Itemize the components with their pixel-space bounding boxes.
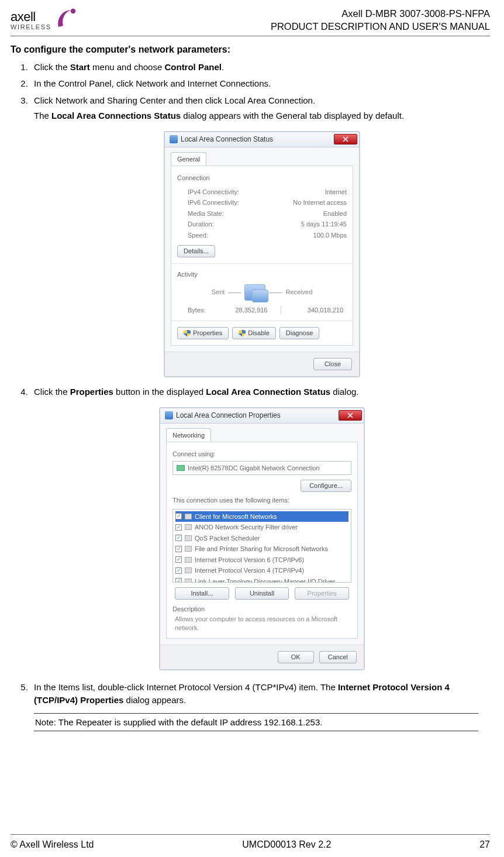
items-listbox[interactable]: ✓Client for Microsoft Networks ✓ANOD Net… [172,509,351,583]
row-duration: Duration:5 days 11:19:45 [177,219,347,230]
nic-icon [177,465,185,471]
close-button[interactable] [334,134,357,144]
properties-button[interactable]: Properties [177,327,229,339]
component-icon [185,579,192,583]
row-ipv4: IPv4 Connectivity:Internet [177,187,347,198]
brand-swirl-icon [55,6,78,30]
lac-properties-dialog: Local Area Connection Properties Network… [159,407,365,670]
adapter-field[interactable]: Intel(R) 82578DC Gigabit Network Connect… [172,461,351,476]
component-icon [185,546,192,552]
dialog-title: Local Area Connection Properties [176,410,281,421]
brand-logo: axell WIRELESS [11,6,78,30]
network-icon [170,135,178,143]
steps-list: Click the Start menu and choose Control … [11,61,490,707]
dialog-titlebar: Local Area Connection Status [165,132,359,147]
shield-icon [239,330,246,337]
list-item[interactable]: ✓ANOD Network Security Filter driver [175,522,348,533]
dialog-titlebar: Local Area Connection Properties [160,408,364,424]
diagnose-button[interactable]: Diagnose [279,327,319,339]
svg-point-0 [70,9,75,13]
description-label: Description [172,604,351,614]
brand-subtitle: WIRELESS [11,23,51,30]
step-5: In the Items list, double-click Internet… [30,681,490,707]
step-1: Click the Start menu and choose Control … [30,61,490,74]
cancel-button[interactable]: Cancel [319,651,357,663]
page-footer: © Axell Wireless Ltd UMCD00013 Rev 2.2 2… [11,834,490,850]
list-item[interactable]: ✓File and Printer Sharing for Microsoft … [175,543,348,555]
note-box: Note: The Repeater is supplied with the … [34,713,478,731]
shield-icon [184,330,191,337]
list-item[interactable]: ✓Client for Microsoft Networks [175,511,348,522]
section-title: To configure the computer's network para… [11,44,490,55]
footer-revision: UMCD00013 Rev 2.2 [242,839,331,850]
activity-graphic: Sent —— —— Received [177,284,347,301]
step-2: In the Control Panel, click Network and … [30,77,490,91]
install-button[interactable]: Install... [175,587,229,600]
step-3: Click Network and Sharing Center and the… [30,94,490,378]
list-item[interactable]: ✓Link-Layer Topology Discovery Mapper I/… [175,576,348,583]
list-item[interactable]: ✓Internet Protocol Version 6 (TCP/IPv6) [175,555,348,566]
activity-group-label: Activity [177,270,347,280]
row-speed: Speed:100.0 Mbps [177,230,347,241]
component-icon [185,535,192,541]
details-button[interactable]: Details... [177,245,215,257]
connect-using-label: Connect using: [172,449,351,459]
dialog-title: Local Area Connection Status [181,134,273,144]
row-media: Media State:Enabled [177,208,347,219]
footer-copyright: © Axell Wireless Ltd [11,839,94,850]
footer-page-number: 27 [479,839,490,850]
ok-button[interactable]: OK [278,651,314,663]
tab-general[interactable]: General [171,152,206,166]
lac-status-dialog: Local Area Connection Status General Con… [164,131,360,378]
doc-header-right: Axell D-MBR 3007-3008-PS-NFPA PRODUCT DE… [271,6,490,33]
items-label: This connection uses the following items… [172,495,351,505]
close-dialog-button[interactable]: Close [313,358,352,370]
component-icon [185,524,192,530]
component-icon [185,567,192,573]
list-item[interactable]: ✓Internet Protocol Version 4 (TCP/IPv4) [175,565,348,576]
configure-button[interactable]: Configure... [301,480,351,492]
brand-name: axell [11,9,51,25]
component-icon [185,514,192,519]
row-ipv6: IPv6 Connectivity:No Internet access [177,197,347,208]
doc-code: Axell D-MBR 3007-3008-PS-NFPA [271,7,490,20]
list-item[interactable]: ✓QoS Packet Scheduler [175,533,348,544]
doc-title: PRODUCT DESCRIPTION AND USER'S MANUAL [271,20,490,33]
description-text: Allows your computer to access resources… [172,614,351,632]
component-icon [185,557,192,563]
tab-networking[interactable]: Networking [166,428,211,442]
uninstall-button[interactable]: Uninstall [235,587,289,600]
connection-group-label: Connection [177,173,347,183]
bytes-row: Bytes: 28,352,916 340,018,210 [177,305,347,315]
close-button[interactable] [339,410,362,421]
disable-button[interactable]: Disable [232,327,276,339]
network-icon [165,411,173,419]
monitors-icon [244,284,265,301]
page-header: axell WIRELESS Axell D-MBR 3007-3008-PS-… [11,6,490,36]
step-4: Click the Properties button in the displ… [30,386,490,670]
item-properties-button[interactable]: Properties [295,587,349,600]
